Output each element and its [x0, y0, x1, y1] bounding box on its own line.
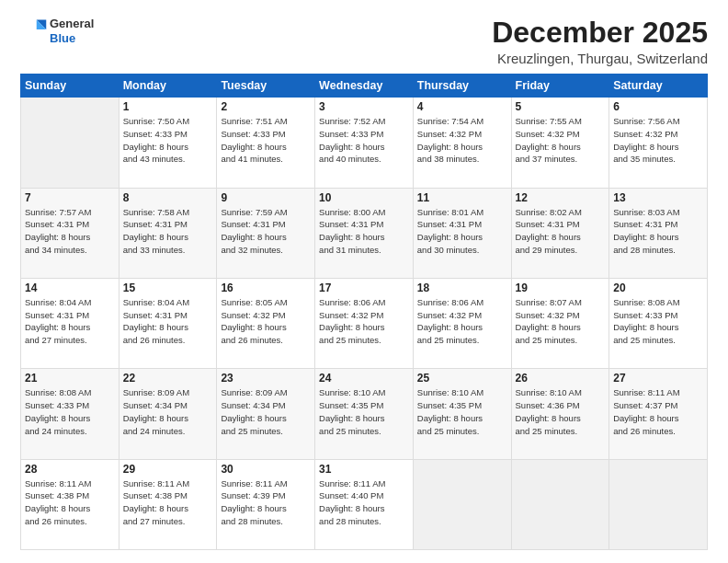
- calendar-header-friday: Friday: [511, 75, 609, 98]
- calendar-header-saturday: Saturday: [609, 75, 708, 98]
- day-number: 8: [123, 191, 213, 204]
- calendar-cell: 25Sunrise: 8:10 AM Sunset: 4:35 PM Dayli…: [413, 369, 511, 459]
- day-number: 24: [319, 372, 409, 385]
- calendar-cell: 17Sunrise: 8:06 AM Sunset: 4:32 PM Dayli…: [315, 278, 414, 368]
- day-number: 18: [417, 282, 507, 294]
- calendar-week-3: 14Sunrise: 8:04 AM Sunset: 4:31 PM Dayli…: [21, 278, 708, 368]
- day-number: 12: [516, 191, 606, 204]
- day-info: Sunrise: 8:03 AM Sunset: 4:31 PM Dayligh…: [613, 206, 703, 257]
- calendar-cell: 19Sunrise: 8:07 AM Sunset: 4:32 PM Dayli…: [511, 278, 609, 368]
- day-info: Sunrise: 8:10 AM Sunset: 4:35 PM Dayligh…: [319, 386, 409, 437]
- calendar-cell: 6Sunrise: 7:56 AM Sunset: 4:32 PM Daylig…: [609, 98, 708, 188]
- calendar-cell: 1Sunrise: 7:50 AM Sunset: 4:33 PM Daylig…: [119, 98, 217, 188]
- calendar-cell: 31Sunrise: 8:11 AM Sunset: 4:40 PM Dayli…: [315, 459, 414, 549]
- day-number: 22: [123, 372, 213, 385]
- day-info: Sunrise: 8:06 AM Sunset: 4:32 PM Dayligh…: [417, 296, 507, 347]
- title-block: December 2025 Kreuzlingen, Thurgau, Swit…: [492, 17, 708, 66]
- day-info: Sunrise: 8:11 AM Sunset: 4:37 PM Dayligh…: [613, 386, 703, 437]
- day-number: 5: [516, 100, 606, 113]
- day-info: Sunrise: 7:52 AM Sunset: 4:33 PM Dayligh…: [319, 115, 409, 166]
- day-number: 4: [417, 100, 507, 113]
- calendar-cell: 20Sunrise: 8:08 AM Sunset: 4:33 PM Dayli…: [609, 278, 708, 368]
- calendar-cell: 3Sunrise: 7:52 AM Sunset: 4:33 PM Daylig…: [315, 98, 414, 188]
- logo-general-text: General: [50, 17, 94, 31]
- calendar-header-row: SundayMondayTuesdayWednesdayThursdayFrid…: [21, 75, 708, 98]
- day-info: Sunrise: 8:11 AM Sunset: 4:38 PM Dayligh…: [123, 477, 213, 528]
- calendar-cell: [511, 459, 609, 549]
- day-number: 6: [613, 100, 703, 113]
- calendar-header-sunday: Sunday: [21, 75, 119, 98]
- day-number: 2: [221, 100, 311, 113]
- day-number: 29: [123, 463, 213, 476]
- day-number: 23: [221, 372, 311, 385]
- calendar-cell: 30Sunrise: 8:11 AM Sunset: 4:39 PM Dayli…: [217, 459, 315, 549]
- day-info: Sunrise: 7:55 AM Sunset: 4:32 PM Dayligh…: [516, 115, 606, 166]
- day-number: 21: [25, 372, 115, 385]
- calendar-week-1: 1Sunrise: 7:50 AM Sunset: 4:33 PM Daylig…: [21, 98, 708, 188]
- calendar-week-2: 7Sunrise: 7:57 AM Sunset: 4:31 PM Daylig…: [21, 188, 708, 278]
- day-info: Sunrise: 8:04 AM Sunset: 4:31 PM Dayligh…: [25, 296, 115, 347]
- calendar-cell: 13Sunrise: 8:03 AM Sunset: 4:31 PM Dayli…: [609, 188, 708, 278]
- header: General Blue December 2025 Kreuzlingen, …: [20, 17, 708, 66]
- day-number: 28: [25, 463, 115, 476]
- day-info: Sunrise: 8:01 AM Sunset: 4:31 PM Dayligh…: [417, 206, 507, 257]
- day-info: Sunrise: 8:09 AM Sunset: 4:34 PM Dayligh…: [221, 386, 311, 437]
- subtitle: Kreuzlingen, Thurgau, Switzerland: [492, 51, 708, 66]
- day-info: Sunrise: 8:00 AM Sunset: 4:31 PM Dayligh…: [319, 206, 409, 257]
- day-info: Sunrise: 8:10 AM Sunset: 4:36 PM Dayligh…: [516, 386, 606, 437]
- calendar-cell: 9Sunrise: 7:59 AM Sunset: 4:31 PM Daylig…: [217, 188, 315, 278]
- calendar-cell: 23Sunrise: 8:09 AM Sunset: 4:34 PM Dayli…: [217, 369, 315, 459]
- logo-blue-text: Blue: [50, 31, 94, 46]
- calendar-cell: 5Sunrise: 7:55 AM Sunset: 4:32 PM Daylig…: [511, 98, 609, 188]
- calendar-header-wednesday: Wednesday: [315, 75, 414, 98]
- day-info: Sunrise: 7:57 AM Sunset: 4:31 PM Dayligh…: [25, 206, 115, 257]
- calendar-week-4: 21Sunrise: 8:08 AM Sunset: 4:33 PM Dayli…: [21, 369, 708, 459]
- calendar-cell: 29Sunrise: 8:11 AM Sunset: 4:38 PM Dayli…: [119, 459, 217, 549]
- calendar-cell: 4Sunrise: 7:54 AM Sunset: 4:32 PM Daylig…: [413, 98, 511, 188]
- calendar-cell: 15Sunrise: 8:04 AM Sunset: 4:31 PM Dayli…: [119, 278, 217, 368]
- calendar-cell: [413, 459, 511, 549]
- day-info: Sunrise: 8:08 AM Sunset: 4:33 PM Dayligh…: [25, 386, 115, 437]
- calendar-cell: 8Sunrise: 7:58 AM Sunset: 4:31 PM Daylig…: [119, 188, 217, 278]
- day-number: 19: [516, 282, 606, 294]
- calendar-cell: 16Sunrise: 8:05 AM Sunset: 4:32 PM Dayli…: [217, 278, 315, 368]
- day-info: Sunrise: 8:11 AM Sunset: 4:38 PM Dayligh…: [25, 477, 115, 528]
- calendar-cell: 27Sunrise: 8:11 AM Sunset: 4:37 PM Dayli…: [609, 369, 708, 459]
- day-number: 13: [613, 191, 703, 204]
- day-number: 10: [319, 191, 409, 204]
- calendar-cell: 11Sunrise: 8:01 AM Sunset: 4:31 PM Dayli…: [413, 188, 511, 278]
- day-number: 20: [613, 282, 703, 294]
- day-number: 1: [123, 100, 213, 113]
- day-number: 26: [516, 372, 606, 385]
- calendar-cell: 21Sunrise: 8:08 AM Sunset: 4:33 PM Dayli…: [21, 369, 119, 459]
- calendar-cell: 24Sunrise: 8:10 AM Sunset: 4:35 PM Dayli…: [315, 369, 414, 459]
- calendar-cell: 26Sunrise: 8:10 AM Sunset: 4:36 PM Dayli…: [511, 369, 609, 459]
- day-number: 9: [221, 191, 311, 204]
- calendar-cell: 10Sunrise: 8:00 AM Sunset: 4:31 PM Dayli…: [315, 188, 414, 278]
- calendar-cell: 28Sunrise: 8:11 AM Sunset: 4:38 PM Dayli…: [21, 459, 119, 549]
- day-number: 17: [319, 282, 409, 294]
- calendar-cell: 2Sunrise: 7:51 AM Sunset: 4:33 PM Daylig…: [217, 98, 315, 188]
- day-number: 14: [25, 282, 115, 294]
- calendar-cell: 14Sunrise: 8:04 AM Sunset: 4:31 PM Dayli…: [21, 278, 119, 368]
- day-info: Sunrise: 7:58 AM Sunset: 4:31 PM Dayligh…: [123, 206, 213, 257]
- day-info: Sunrise: 8:05 AM Sunset: 4:32 PM Dayligh…: [221, 296, 311, 347]
- calendar-cell: 22Sunrise: 8:09 AM Sunset: 4:34 PM Dayli…: [119, 369, 217, 459]
- day-number: 31: [319, 463, 409, 476]
- day-number: 30: [221, 463, 311, 476]
- day-info: Sunrise: 8:11 AM Sunset: 4:39 PM Dayligh…: [221, 477, 311, 528]
- calendar-cell: [21, 98, 119, 188]
- day-info: Sunrise: 8:06 AM Sunset: 4:32 PM Dayligh…: [319, 296, 409, 347]
- day-number: 11: [417, 191, 507, 204]
- calendar-header-thursday: Thursday: [413, 75, 511, 98]
- day-number: 25: [417, 372, 507, 385]
- day-info: Sunrise: 8:09 AM Sunset: 4:34 PM Dayligh…: [123, 386, 213, 437]
- day-number: 7: [25, 191, 115, 204]
- page: General Blue December 2025 Kreuzlingen, …: [0, 0, 728, 563]
- calendar-cell: 18Sunrise: 8:06 AM Sunset: 4:32 PM Dayli…: [413, 278, 511, 368]
- day-info: Sunrise: 8:04 AM Sunset: 4:31 PM Dayligh…: [123, 296, 213, 347]
- day-info: Sunrise: 8:08 AM Sunset: 4:33 PM Dayligh…: [613, 296, 703, 347]
- calendar-header-monday: Monday: [119, 75, 217, 98]
- calendar-header-tuesday: Tuesday: [217, 75, 315, 98]
- calendar-week-5: 28Sunrise: 8:11 AM Sunset: 4:38 PM Dayli…: [21, 459, 708, 549]
